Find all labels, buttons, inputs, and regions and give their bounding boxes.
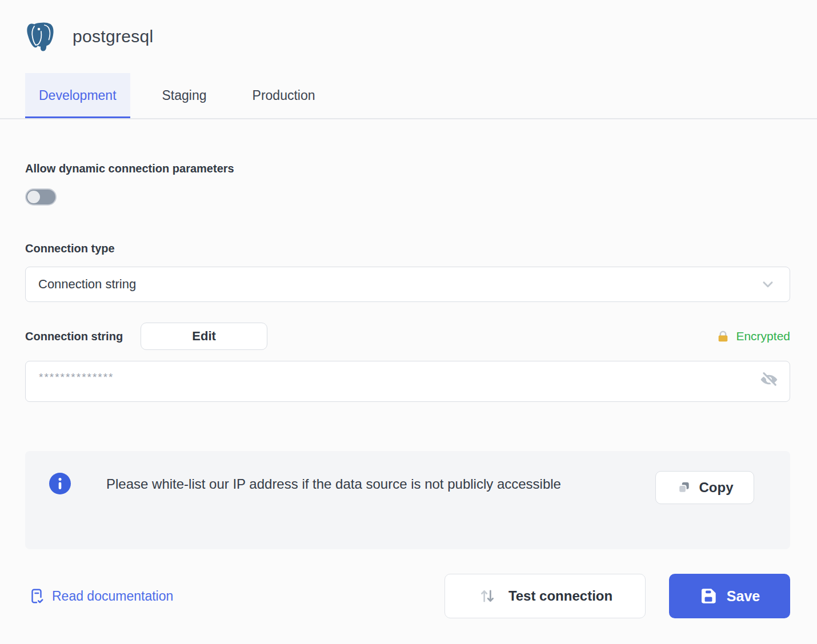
connection-type-select[interactable]: Connection string	[25, 267, 790, 302]
info-circle-icon	[49, 473, 71, 549]
postgresql-logo-icon	[25, 22, 54, 51]
tab-production[interactable]: Production	[239, 73, 329, 118]
lock-icon	[716, 329, 730, 344]
copy-button-label: Copy	[699, 480, 734, 496]
tab-production-label: Production	[253, 88, 315, 103]
read-documentation-label: Read documentation	[52, 589, 173, 604]
tab-staging[interactable]: Staging	[149, 73, 221, 118]
environment-tab-bar: Development Staging Production	[0, 73, 817, 119]
copy-button[interactable]: Copy	[655, 471, 754, 504]
connection-string-label: Connection string	[25, 330, 123, 343]
ip-whitelist-info-box: Please white-list our IP address if the …	[25, 451, 790, 549]
dynamic-params-label: Allow dynamic connection parameters	[25, 162, 790, 175]
active-tab-indicator	[25, 116, 130, 118]
document-check-icon	[28, 587, 45, 605]
test-connection-button[interactable]: Test connection	[444, 574, 646, 618]
connection-string-input[interactable]: **************	[25, 361, 790, 402]
chevron-down-icon	[760, 276, 776, 292]
tab-development-label: Development	[39, 88, 117, 103]
info-message: Please white-list our IP address if the …	[106, 473, 561, 549]
connection-type-value: Connection string	[38, 277, 136, 292]
read-documentation-link[interactable]: Read documentation	[28, 587, 173, 605]
edit-button[interactable]: Edit	[141, 323, 267, 350]
arrows-up-down-icon	[478, 586, 497, 606]
encrypted-label: Encrypted	[736, 329, 790, 343]
tab-development[interactable]: Development	[25, 73, 130, 118]
connection-settings-page: postgresql Development Staging Productio…	[0, 0, 817, 644]
encrypted-badge: Encrypted	[716, 329, 790, 344]
copy-icon	[676, 480, 691, 495]
masked-value: **************	[39, 371, 114, 383]
header: postgresql	[0, 0, 817, 51]
toggle-knob	[27, 191, 40, 203]
eye-slash-icon	[759, 370, 779, 389]
page-title: postgresql	[73, 27, 153, 46]
form-content: Allow dynamic connection parameters Conn…	[0, 162, 817, 618]
connection-type-section: Connection type Connection string	[25, 242, 790, 302]
floppy-disk-icon	[699, 587, 718, 605]
save-button[interactable]: Save	[669, 574, 790, 618]
save-button-label: Save	[727, 588, 760, 605]
dynamic-params-toggle[interactable]	[25, 188, 57, 206]
edit-button-label: Edit	[192, 329, 216, 344]
tab-staging-label: Staging	[162, 88, 207, 103]
test-connection-label: Test connection	[508, 588, 612, 604]
toggle-visibility-button[interactable]	[759, 370, 779, 391]
connection-string-row: Connection string Edit Encrypted	[25, 323, 790, 350]
dynamic-params-section: Allow dynamic connection parameters	[25, 162, 790, 206]
footer-actions: Read documentation Test connection	[25, 574, 790, 618]
connection-type-label: Connection type	[25, 242, 790, 255]
